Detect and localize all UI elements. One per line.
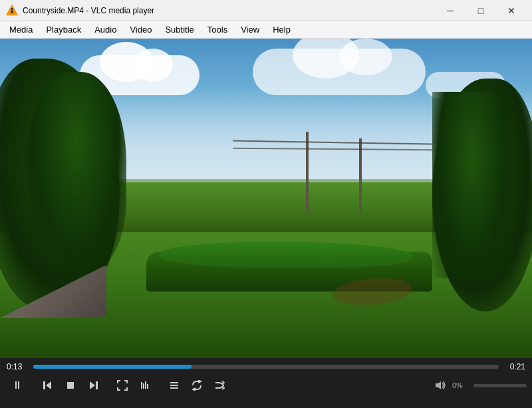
menu-bar: Media Playback Audio Video Subtitle Tool… xyxy=(0,21,532,39)
stop-icon xyxy=(66,381,75,390)
svg-rect-4 xyxy=(43,381,45,389)
eq-icon xyxy=(140,380,150,391)
shuffle-icon xyxy=(214,380,225,391)
prev-icon xyxy=(43,380,53,391)
progress-track[interactable] xyxy=(33,365,499,369)
svg-point-3 xyxy=(11,7,13,9)
vlc-icon xyxy=(5,4,19,17)
extended-button[interactable] xyxy=(134,375,156,395)
cloud-2 xyxy=(253,49,426,95)
loop-icon xyxy=(192,380,202,391)
progress-row: 0:13 0:21 xyxy=(0,358,532,374)
svg-rect-2 xyxy=(11,10,13,13)
controls-area: 0:13 0:21 ⏸ xyxy=(0,358,532,408)
playlist-icon xyxy=(169,380,180,391)
close-button[interactable]: ✕ xyxy=(496,0,527,21)
window-title: Countryside.MP4 - VLC media player xyxy=(23,6,435,15)
menu-help[interactable]: Help xyxy=(266,23,297,37)
volume-icon xyxy=(434,379,446,391)
video-canvas xyxy=(0,39,532,358)
svg-rect-9 xyxy=(141,382,142,389)
pause-button[interactable]: ⏸ xyxy=(5,375,29,395)
menu-video[interactable]: Video xyxy=(123,23,158,37)
window-controls: ─ □ ✕ xyxy=(435,0,527,21)
maximize-button[interactable]: □ xyxy=(466,0,496,21)
svg-rect-7 xyxy=(96,381,98,389)
svg-marker-5 xyxy=(46,381,51,389)
menu-view[interactable]: View xyxy=(234,23,266,37)
menu-subtitle[interactable]: Subtitle xyxy=(158,23,200,37)
fullscreen-icon xyxy=(117,380,128,391)
progress-fill xyxy=(33,365,192,369)
buttons-row: ⏸ xyxy=(0,374,532,397)
next-icon xyxy=(88,380,98,391)
time-current: 0:13 xyxy=(7,362,28,371)
tree-right-2 xyxy=(432,92,512,278)
loop-button[interactable] xyxy=(186,375,207,395)
volume-track[interactable] xyxy=(473,384,527,387)
stop-button[interactable] xyxy=(60,375,81,395)
shuffle-button[interactable] xyxy=(209,375,230,395)
previous-button[interactable] xyxy=(37,375,59,395)
video-area[interactable] xyxy=(0,39,532,358)
svg-rect-11 xyxy=(145,381,146,389)
playlist-button[interactable] xyxy=(164,375,185,395)
title-bar: Countryside.MP4 - VLC media player ─ □ ✕ xyxy=(0,0,532,21)
time-total: 0:21 xyxy=(504,362,525,371)
svg-rect-12 xyxy=(147,384,148,389)
menu-tools[interactable]: Tools xyxy=(201,23,234,37)
next-button[interactable] xyxy=(82,375,104,395)
svg-rect-6 xyxy=(67,382,74,389)
volume-button[interactable] xyxy=(431,376,450,395)
fullscreen-button[interactable] xyxy=(112,375,133,395)
svg-rect-10 xyxy=(143,383,144,389)
menu-playback[interactable]: Playback xyxy=(39,23,88,37)
svg-marker-8 xyxy=(90,381,95,389)
minimize-button[interactable]: ─ xyxy=(435,0,466,21)
menu-media[interactable]: Media xyxy=(3,23,39,37)
menu-audio[interactable]: Audio xyxy=(88,23,123,37)
svg-marker-18 xyxy=(436,381,441,389)
powerline-pole-1 xyxy=(306,132,309,212)
volume-area: 0% xyxy=(431,376,527,395)
volume-label: 0% xyxy=(452,381,471,389)
